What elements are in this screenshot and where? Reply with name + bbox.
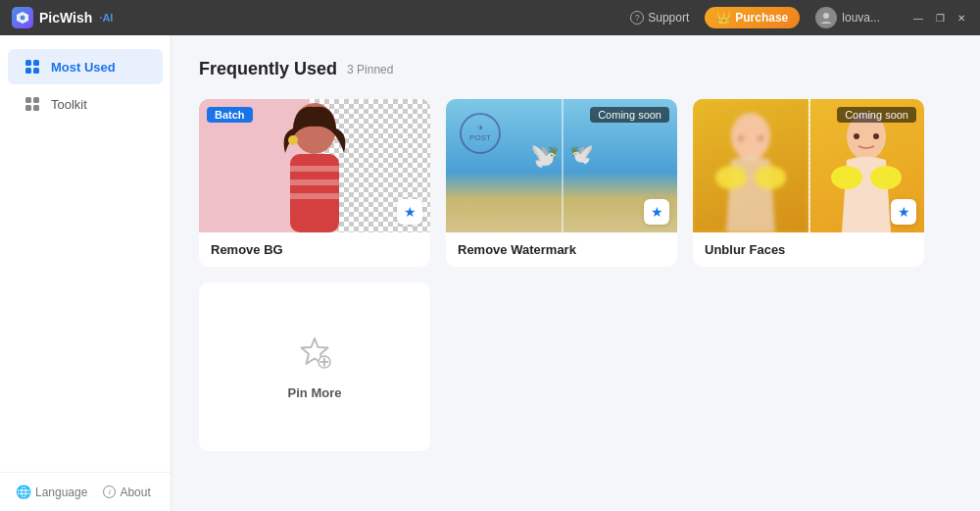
cards-grid: Batch ★ Remove BG ✈POST [199,99,924,451]
svg-rect-4 [25,68,31,74]
toolkit-icon [24,95,41,113]
unblur-faces-card[interactable]: Coming soon ★ Unblur Faces [693,99,924,267]
svg-rect-9 [33,105,39,111]
support-button[interactable]: ? Support [630,11,689,25]
info-icon: i [103,485,116,498]
remove-bg-star[interactable]: ★ [397,199,422,225]
svg-rect-8 [25,105,31,111]
svg-point-17 [738,135,744,141]
svg-rect-7 [33,97,39,103]
svg-point-0 [21,16,25,21]
remove-watermark-image: ✈POST 🕊️ 🕊️ Coming soon ★ [446,99,677,232]
svg-point-25 [870,166,902,189]
about-button[interactable]: i About [103,485,150,499]
svg-point-22 [854,133,859,139]
svg-point-24 [831,166,862,189]
pin-more-icon [297,334,332,378]
svg-rect-13 [290,179,339,185]
unblur-faces-image: Coming soon ★ [693,99,924,232]
logo-ai: ·AI [99,12,113,24]
user-avatar [815,7,837,28]
remove-bg-label: Remove BG [199,232,430,267]
svg-rect-3 [33,60,39,66]
unblur-faces-label: Unblur Faces [693,232,924,267]
close-button[interactable]: ✕ [955,11,968,25]
remove-watermark-label: Remove Watermark [446,232,677,267]
svg-point-19 [715,166,747,189]
remove-bg-card[interactable]: Batch ★ Remove BG [199,99,430,267]
titlebar: PicWish·AI ? Support 👑 Purchase louva...… [0,0,980,35]
svg-rect-12 [290,166,339,172]
svg-point-20 [755,166,786,189]
batch-badge: Batch [207,107,253,123]
remove-watermark-star[interactable]: ★ [644,199,669,225]
sidebar-item-most-used[interactable]: Most Used [8,49,163,84]
unblur-faces-star[interactable]: ★ [891,199,916,225]
svg-rect-2 [25,60,31,66]
remove-watermark-card[interactable]: ✈POST 🕊️ 🕊️ Coming soon ★ Rem [446,99,677,267]
user-menu[interactable]: louva... [815,7,880,28]
watermark-coming-soon-badge: Coming soon [590,107,669,123]
main-layout: Most Used Toolkit 🌐 Language [0,35,980,511]
content-header: Frequently Used 3 Pinned [199,59,953,79]
purchase-button[interactable]: 👑 Purchase [705,7,800,28]
app-logo: PicWish·AI [12,7,113,28]
home-icon [24,58,41,76]
svg-point-23 [873,133,879,139]
svg-rect-14 [290,193,339,199]
sidebar-item-toolkit-label: Toolkit [51,97,87,112]
pin-more-label: Pin More [288,385,342,400]
sidebar-nav: Most Used Toolkit [0,35,171,135]
content-area: Frequently Used 3 Pinned [172,35,980,511]
pin-more-card[interactable]: Pin More [199,282,430,451]
svg-rect-5 [33,68,39,74]
restore-button[interactable]: ❐ [933,11,947,25]
svg-point-18 [758,135,763,141]
question-icon: ? [630,11,644,25]
svg-point-16 [731,113,770,160]
remove-bg-image: Batch ★ [199,99,430,232]
sidebar: Most Used Toolkit 🌐 Language [0,35,172,511]
page-title: Frequently Used [199,59,337,79]
window-controls: — ❐ ✕ [911,11,968,25]
minimize-button[interactable]: — [911,11,925,25]
logo-text: PicWish [39,10,92,26]
sidebar-item-toolkit[interactable]: Toolkit [8,86,163,122]
globe-icon: 🌐 [16,485,31,499]
logo-icon [12,7,33,28]
sidebar-footer: 🌐 Language i About [0,472,171,511]
svg-point-1 [823,13,829,19]
svg-point-15 [288,135,298,145]
svg-rect-6 [25,97,31,103]
titlebar-actions: ? Support 👑 Purchase louva... — ❐ ✕ [630,7,968,28]
language-button[interactable]: 🌐 Language [16,485,87,499]
unblur-coming-soon-badge: Coming soon [837,107,916,123]
pinned-badge: 3 Pinned [347,63,393,77]
sidebar-item-most-used-label: Most Used [51,60,116,75]
crown-icon: 👑 [716,11,731,25]
